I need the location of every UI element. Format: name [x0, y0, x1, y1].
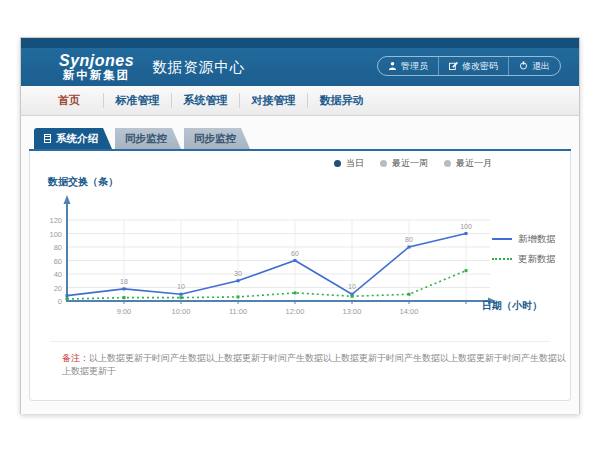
- legend-new-data-label: 新增数据: [518, 233, 556, 246]
- svg-text:60: 60: [291, 250, 299, 257]
- x-axis-title: 日期（小时）: [482, 299, 542, 313]
- tab-sync-monitor-1[interactable]: 同步监控: [115, 128, 181, 149]
- filter-last-week-label: 最近一周: [392, 157, 428, 170]
- chart-legend: 新增数据 更新数据: [492, 229, 556, 269]
- main-nav: 首页 标准管理 系统管理 对接管理 数据异动: [21, 86, 579, 116]
- green-dotted-line-sample: [492, 258, 512, 260]
- user-toolbar: 管理员 修改密码 退出: [377, 56, 561, 76]
- tab-system-intro-label: 系统介绍: [56, 132, 98, 146]
- header: Synjones 新中新集团 数据资源中心 管理员 修改密码 退出: [21, 48, 579, 86]
- filter-last-month[interactable]: 最近一月: [444, 157, 492, 170]
- svg-text:13:00: 13:00: [343, 307, 362, 316]
- svg-text:0: 0: [58, 297, 62, 306]
- svg-text:10: 10: [348, 283, 356, 290]
- change-password-label: 修改密码: [462, 60, 498, 73]
- change-password-button[interactable]: 修改密码: [438, 57, 508, 75]
- header-top-strip: [21, 38, 579, 48]
- svg-text:9:00: 9:00: [117, 307, 132, 316]
- logout-label: 退出: [532, 60, 550, 73]
- svg-text:30: 30: [234, 270, 242, 277]
- tab-sync-monitor-2[interactable]: 同步监控: [184, 128, 250, 149]
- legend-updated-data-label: 更新数据: [518, 253, 556, 266]
- svg-text:60: 60: [54, 257, 62, 266]
- user-icon: [388, 61, 397, 72]
- document-icon: [44, 134, 51, 143]
- filter-last-month-label: 最近一月: [456, 157, 492, 170]
- nav-item-home[interactable]: 首页: [35, 93, 103, 108]
- nav-item-system-mgmt[interactable]: 系统管理: [171, 93, 239, 108]
- svg-text:40: 40: [54, 270, 62, 279]
- radio-icon: [444, 160, 451, 167]
- time-range-filters: 当日 最近一周 最近一月: [334, 157, 492, 170]
- edit-icon: [449, 61, 458, 72]
- app-window: Synjones 新中新集团 数据资源中心 管理员 修改密码 退出: [20, 37, 580, 414]
- admin-user-button[interactable]: 管理员: [378, 57, 438, 75]
- svg-text:10:00: 10:00: [172, 307, 191, 316]
- radio-icon: [380, 160, 387, 167]
- filter-today[interactable]: 当日: [334, 157, 364, 170]
- note-text: 以上数据更新于时间产生数据以上数据更新于时间产生数据以上数据更新于时间产生数据以…: [62, 353, 566, 376]
- tab-sync-monitor-2-label: 同步监控: [194, 132, 236, 146]
- logo-text-cn: 新中新集团: [59, 69, 134, 81]
- line-chart: 0204060801001209:0010:0011:0012:0013:001…: [40, 191, 510, 321]
- footer-note: 备注：以上数据更新于时间产生数据以上数据更新于时间产生数据以上数据更新于时间产生…: [62, 352, 570, 378]
- svg-text:100: 100: [460, 223, 472, 230]
- note-divider: [50, 341, 550, 342]
- note-label: 备注：: [62, 353, 89, 363]
- content-area: 系统介绍 同步监控 同步监控 当日 最近一周: [21, 116, 579, 414]
- tab-system-intro[interactable]: 系统介绍: [34, 128, 112, 149]
- admin-user-label: 管理员: [401, 60, 428, 73]
- y-axis-title: 数据交换（条）: [48, 175, 118, 189]
- nav-item-standard-mgmt[interactable]: 标准管理: [103, 93, 171, 108]
- svg-text:20: 20: [54, 284, 62, 293]
- radio-selected-icon: [334, 160, 341, 167]
- tab-sync-monitor-1-label: 同步监控: [125, 132, 167, 146]
- svg-text:11:00: 11:00: [229, 307, 247, 316]
- nav-item-interface-mgmt[interactable]: 对接管理: [239, 93, 307, 108]
- company-logo: Synjones 新中新集团: [59, 53, 134, 82]
- legend-item-new-data[interactable]: 新增数据: [492, 229, 556, 249]
- svg-text:100: 100: [49, 230, 62, 239]
- svg-text:10: 10: [177, 283, 185, 290]
- svg-text:18: 18: [120, 278, 128, 285]
- svg-text:14:00: 14:00: [400, 307, 419, 316]
- logo-text-en: Synjones: [59, 53, 134, 70]
- chart-panel: 当日 最近一周 最近一月 数据交换（条） 0204060801001209:00…: [29, 151, 571, 401]
- svg-text:80: 80: [54, 243, 62, 252]
- blue-line-sample: [492, 238, 512, 240]
- nav-item-data-change[interactable]: 数据异动: [307, 93, 375, 108]
- filter-last-week[interactable]: 最近一周: [380, 157, 428, 170]
- svg-text:80: 80: [405, 236, 413, 243]
- svg-text:12:00: 12:00: [286, 307, 305, 316]
- logout-button[interactable]: 退出: [508, 57, 560, 75]
- power-icon: [519, 61, 528, 72]
- tab-bar: 系统介绍 同步监控 同步监控: [34, 128, 571, 149]
- legend-item-updated-data[interactable]: 更新数据: [492, 249, 556, 269]
- page-title: 数据资源中心: [152, 58, 245, 77]
- filter-today-label: 当日: [346, 157, 364, 170]
- svg-text:120: 120: [49, 216, 62, 225]
